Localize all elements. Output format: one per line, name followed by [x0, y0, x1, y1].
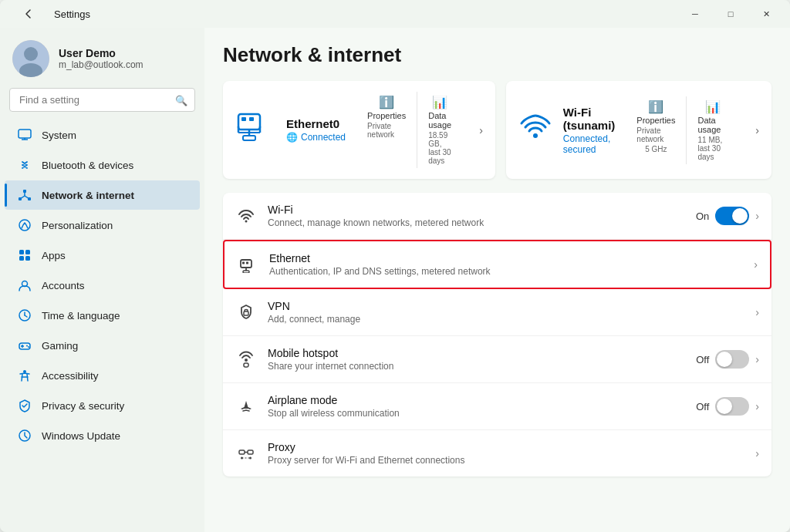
wifi-text: Wi-Fi Connect, manage known networks, me…	[268, 204, 685, 228]
toggle-label-wifi: On	[696, 210, 709, 222]
ethernet-icon	[237, 254, 258, 275]
content-area: User Demo m_lab@outlook.com 🔍 System Blu…	[0, 28, 790, 532]
wifi-name: Wi-Fi	[268, 204, 685, 216]
data-label: Data usage	[428, 111, 451, 130]
avatar	[12, 40, 49, 77]
sidebar-item-accessibility[interactable]: Accessibility	[5, 361, 200, 390]
mobile-hotspot-desc: Share your internet connection	[268, 361, 685, 372]
minimize-button[interactable]: ─	[677, 0, 713, 28]
user-section[interactable]: User Demo m_lab@outlook.com	[0, 28, 204, 88]
chevron-ethernet: ›	[754, 258, 758, 271]
window-controls: ─ □ ✕	[677, 0, 784, 28]
privacy-nav-icon	[17, 398, 32, 413]
wifi-name: Wi-Fi (tsunami)	[563, 106, 616, 132]
svg-rect-29	[241, 117, 246, 121]
svg-point-12	[19, 220, 30, 231]
ethernet-name: Ethernet	[269, 252, 743, 264]
sidebar-item-label: Privacy & security	[42, 400, 124, 412]
sidebar-item-privacy[interactable]: Privacy & security	[5, 391, 200, 420]
airplane-mode-desc: Stop all wireless communication	[268, 408, 685, 419]
settings-item-proxy[interactable]: Proxy Proxy server for Wi-Fi and Etherne…	[223, 430, 771, 476]
settings-item-airplane-mode[interactable]: Airplane mode Stop all wireless communic…	[223, 383, 771, 430]
maximize-button[interactable]: □	[713, 0, 748, 28]
search-input[interactable]	[9, 88, 195, 112]
svg-rect-6	[23, 190, 26, 193]
proxy-name: Proxy	[268, 441, 744, 453]
sidebar-item-bluetooth[interactable]: Bluetooth & devices	[5, 150, 200, 180]
titlebar-left: Settings	[11, 0, 90, 28]
ethernet-text: Ethernet Authentication, IP and DNS sett…	[269, 252, 743, 277]
search-icon: 🔍	[175, 94, 187, 106]
data-sublabel: 18.59 GB, last 30 days	[428, 131, 451, 165]
toggle-wifi[interactable]	[715, 207, 749, 225]
titlebar: Settings ─ □ ✕	[0, 0, 790, 28]
toggle-knob-wifi	[732, 208, 748, 224]
airplane-mode-name: Airplane mode	[268, 394, 685, 406]
wifi-card-info: Wi-Fi (tsunami) Connected, secured	[563, 106, 616, 155]
sidebar-item-network[interactable]: Network & internet	[5, 180, 200, 210]
svg-rect-43	[244, 311, 248, 315]
wifi-card[interactable]: Wi-Fi (tsunami) Connected, secured ℹ️ Pr…	[506, 81, 771, 179]
window-title: Settings	[54, 8, 90, 20]
network-cards: Ethernet0 🌐 Connected ℹ️ Properties Priv…	[223, 81, 771, 179]
wifi-card-chevron: ›	[755, 124, 759, 136]
toggle-airplane-mode[interactable]	[715, 397, 749, 416]
toggle-knob-airplane-mode	[717, 399, 732, 414]
sidebar-item-label: Network & internet	[42, 190, 134, 201]
wifi-status: Connected, secured	[563, 133, 616, 155]
mobile-hotspot-icon	[235, 348, 257, 370]
ethernet-name: Ethernet0	[286, 117, 346, 130]
data-icon: 📊	[432, 95, 447, 109]
sidebar-item-personalization[interactable]: Personalization	[5, 210, 200, 240]
airplane-mode-icon	[235, 396, 257, 417]
wifi-icon	[235, 205, 257, 227]
chevron-proxy: ›	[755, 447, 759, 460]
settings-item-ethernet[interactable]: Ethernet Authentication, IP and DNS sett…	[223, 240, 771, 289]
wifi-props-sublabel2: 5 GHz	[645, 145, 667, 153]
toggle-mobile-hotspot[interactable]	[715, 350, 749, 369]
svg-rect-40	[246, 262, 248, 264]
gaming-nav-icon	[17, 338, 32, 353]
ethernet-card[interactable]: Ethernet0 🌐 Connected ℹ️ Properties Priv…	[223, 81, 495, 179]
ethernet-properties-action[interactable]: ℹ️ Properties Private network	[356, 92, 417, 168]
settings-item-wifi[interactable]: Wi-Fi Connect, manage known networks, me…	[223, 193, 771, 240]
svg-point-36	[533, 133, 538, 138]
svg-rect-15	[19, 256, 24, 261]
sidebar-item-gaming[interactable]: Gaming	[5, 331, 200, 360]
system-nav-icon	[17, 127, 32, 143]
settings-window: Settings ─ □ ✕ User Demo m_l	[0, 0, 790, 532]
sidebar-item-apps[interactable]: Apps	[5, 241, 200, 270]
vpn-icon	[235, 301, 257, 323]
sidebar-item-system[interactable]: System	[5, 120, 200, 150]
wifi-data-label: Data usage	[697, 116, 728, 134]
sidebar-item-label: Personalization	[42, 220, 113, 231]
sidebar-item-time[interactable]: Time & language	[5, 301, 200, 330]
svg-rect-16	[25, 256, 30, 261]
back-button[interactable]	[11, 0, 46, 28]
ethernet-card-actions: ℹ️ Properties Private network 📊 Data usa…	[356, 92, 462, 168]
svg-rect-14	[25, 250, 30, 254]
props-sublabel: Private network	[367, 122, 406, 139]
settings-item-vpn[interactable]: VPN Add, connect, manage ›	[223, 289, 771, 336]
svg-rect-32	[243, 136, 255, 140]
ethernet-right: ›	[754, 258, 758, 271]
network-nav-icon	[17, 187, 32, 203]
toggle-label-mobile-hotspot: Off	[696, 354, 709, 365]
bluetooth-nav-icon	[17, 157, 32, 173]
wifi-data-action[interactable]: 📊 Data usage 11 MB, last 30 days	[686, 96, 738, 164]
sidebar-item-label: Time & language	[42, 310, 120, 322]
settings-item-mobile-hotspot[interactable]: Mobile hotspot Share your internet conne…	[223, 336, 771, 383]
page-title: Network & internet	[223, 43, 771, 67]
sidebar-item-windows-update[interactable]: Windows Update	[5, 421, 200, 450]
sidebar-item-accounts[interactable]: Accounts	[5, 271, 200, 300]
wifi-properties-action[interactable]: ℹ️ Properties Private network 5 GHz	[626, 96, 686, 164]
user-name: User Demo	[59, 47, 143, 59]
ethernet-data-action[interactable]: 📊 Data usage 18.59 GB, last 30 days	[417, 92, 462, 168]
svg-point-44	[245, 359, 248, 362]
svg-rect-13	[19, 250, 24, 254]
svg-rect-45	[244, 363, 248, 367]
svg-line-20	[25, 315, 27, 317]
close-button[interactable]: ✕	[748, 0, 784, 28]
airplane-mode-right: Off ›	[696, 397, 759, 416]
svg-rect-30	[249, 117, 254, 121]
